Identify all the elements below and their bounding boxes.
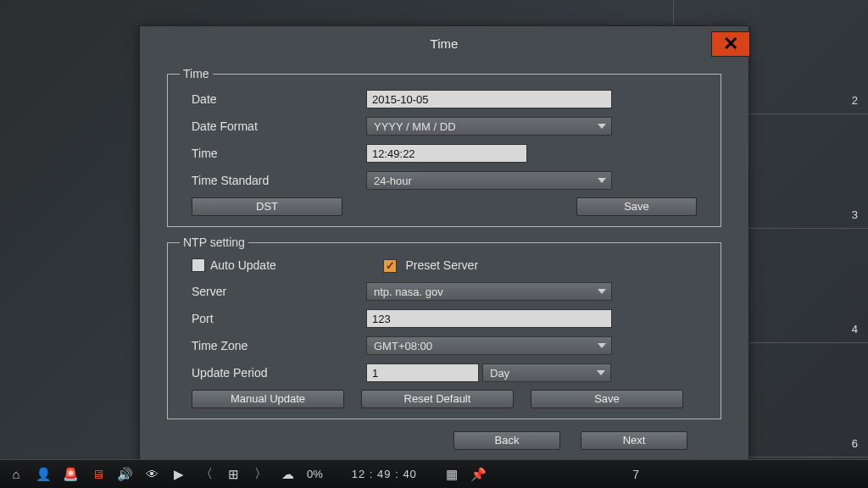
- time-legend: Time: [180, 67, 213, 80]
- date-label: Date: [180, 92, 366, 106]
- time-standard-value: 24-hour: [374, 175, 412, 187]
- dialog-titlebar: Time ✕: [140, 26, 748, 62]
- prev-icon[interactable]: 〈: [198, 467, 214, 482]
- date-input[interactable]: [366, 90, 612, 108]
- save-time-button[interactable]: Save: [576, 197, 697, 216]
- dialog-title: Time: [431, 36, 459, 51]
- time-standard-label: Time Standard: [180, 174, 366, 187]
- qr-icon[interactable]: ▦: [444, 467, 459, 482]
- update-period-input[interactable]: [366, 363, 479, 382]
- preset-server-checkbox[interactable]: ✓: [383, 259, 397, 273]
- back-button[interactable]: Back: [453, 431, 560, 450]
- update-period-label: Update Period: [180, 366, 366, 380]
- date-format-value: YYYY / MM / DD: [374, 120, 456, 133]
- home-icon[interactable]: ⌂: [8, 467, 24, 482]
- date-format-dropdown[interactable]: YYYY / MM / DD: [366, 117, 612, 136]
- play-icon[interactable]: ▶: [171, 467, 186, 482]
- taskbar-time: 12 : 49 : 40: [352, 468, 417, 480]
- time-standard-dropdown[interactable]: 24-hour: [366, 171, 612, 190]
- eye-icon[interactable]: 👁: [144, 467, 159, 482]
- chevron-down-icon: [598, 343, 606, 348]
- time-label: Time: [180, 147, 366, 160]
- timezone-value: GMT+08:00: [374, 340, 432, 352]
- layout-icon[interactable]: ⊞: [225, 467, 241, 482]
- date-format-label: Date Format: [180, 119, 366, 133]
- check-icon: ✓: [386, 259, 395, 272]
- timezone-dropdown[interactable]: GMT+08:00: [366, 336, 612, 355]
- reset-default-button[interactable]: Reset Default: [361, 390, 514, 408]
- timezone-label: Time Zone: [180, 339, 366, 352]
- channel-number: 2: [852, 94, 858, 107]
- close-icon: ✕: [723, 26, 738, 62]
- user-icon[interactable]: 👤: [36, 467, 51, 482]
- alarm-icon[interactable]: 🚨: [63, 467, 78, 482]
- next-button[interactable]: Next: [581, 431, 687, 450]
- close-button[interactable]: ✕: [711, 31, 750, 57]
- network-icon[interactable]: 🖥: [90, 467, 105, 482]
- port-input[interactable]: [366, 309, 612, 328]
- taskbar: ⌂ 👤 🚨 🖥 🔊 👁 ▶ 〈 ⊞ 〉 ☁ 0% 12 : 49 : 40 ▦ …: [0, 459, 868, 488]
- preset-server-label: Preset Server: [405, 258, 478, 272]
- channel-number: 3: [852, 208, 858, 221]
- server-label: Server: [180, 285, 366, 298]
- active-channel: 7: [632, 468, 639, 481]
- chevron-down-icon: [598, 289, 606, 294]
- server-value: ntp. nasa. gov: [374, 286, 443, 298]
- port-label: Port: [180, 312, 366, 325]
- chevron-down-icon: [598, 124, 606, 129]
- pin-icon[interactable]: 📌: [471, 467, 487, 482]
- next-icon[interactable]: 〉: [253, 467, 268, 482]
- save-ntp-button[interactable]: Save: [531, 390, 683, 408]
- channel-number: 6: [852, 437, 858, 450]
- update-period-unit: Day: [490, 367, 509, 380]
- time-input[interactable]: [366, 144, 527, 163]
- speaker-icon[interactable]: 🔊: [117, 467, 132, 482]
- chevron-down-icon: [598, 178, 606, 183]
- chevron-down-icon: [597, 370, 605, 375]
- ntp-fieldset: NTP setting Auto Update ✓ Preset Server …: [167, 236, 721, 419]
- volume-percent: 0%: [307, 468, 323, 480]
- ntp-legend: NTP setting: [180, 236, 248, 249]
- channel-number: 4: [852, 323, 858, 336]
- dst-button[interactable]: DST: [192, 197, 342, 216]
- manual-update-button[interactable]: Manual Update: [192, 390, 344, 408]
- time-fieldset: Time Date Date Format YYYY / MM / DD Tim…: [167, 67, 721, 227]
- server-dropdown[interactable]: ntp. nasa. gov: [366, 282, 612, 301]
- auto-update-checkbox[interactable]: [192, 258, 205, 272]
- cloud-icon[interactable]: ☁: [280, 467, 295, 482]
- auto-update-label: Auto Update: [210, 258, 276, 272]
- time-settings-dialog: Time ✕ Time Date Date Format YYYY / MM /…: [139, 25, 749, 466]
- update-period-unit-dropdown[interactable]: Day: [482, 363, 611, 382]
